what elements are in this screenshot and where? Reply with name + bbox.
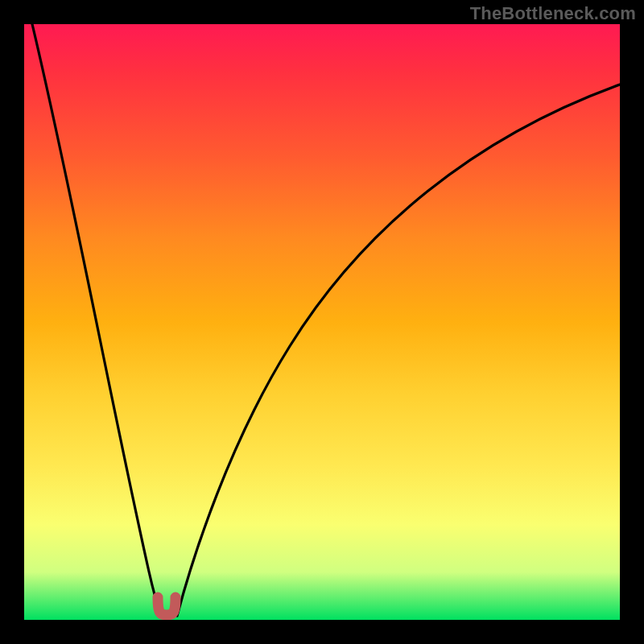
curve-right-branch <box>177 85 620 616</box>
chart-svg <box>24 24 620 620</box>
chart-frame: TheBottleneck.com <box>0 0 644 644</box>
watermark-text: TheBottleneck.com <box>470 3 636 24</box>
minimum-marker <box>158 597 175 615</box>
plot-area <box>24 24 620 620</box>
curve-left-branch <box>32 24 161 616</box>
